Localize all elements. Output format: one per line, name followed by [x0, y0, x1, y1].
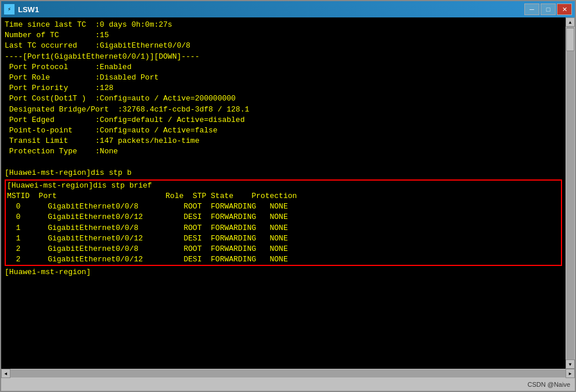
block-row-5: 2 GigabitEthernet0/0/12 DESI FORWARDING … — [6, 254, 561, 265]
terminal-line: Point-to-point :Config=auto / Active=fal… — [5, 125, 562, 136]
scroll-down-button[interactable]: ▼ — [566, 359, 575, 369]
terminal-line: ----[Port1(GigabitEthernet0/0/1)][DOWN]-… — [5, 52, 562, 62]
terminal-container: Time since last TC :0 days 0h:0m:27s Num… — [1, 17, 575, 369]
block-row-0: 0 GigabitEthernet0/0/8 ROOT FORWARDING N… — [6, 202, 561, 212]
hscrollbar-track[interactable] — [10, 369, 566, 377]
block-row-2: 1 GigabitEthernet0/0/8 ROOT FORWARDING N… — [6, 223, 561, 233]
terminal-line: Port Cost(Dot1T ) :Config=auto / Active=… — [5, 93, 562, 104]
scroll-left-button[interactable]: ◄ — [1, 369, 10, 378]
terminal-line — [5, 157, 562, 167]
block-header: MSTID Port Role STP State Protection — [6, 191, 561, 202]
terminal-line: Protection Type :None — [5, 146, 562, 157]
title-bar: ⚡ LSW1 ─ □ ✕ — [1, 1, 575, 17]
horizontal-scrollbar[interactable]: ◄ ► — [1, 369, 575, 378]
terminal-line: [Huawei-mst-region]dis stp b — [5, 168, 562, 178]
minimize-button[interactable]: ─ — [524, 3, 539, 15]
close-button[interactable]: ✕ — [557, 3, 572, 15]
terminal-line: Last TC occurred :GigabitEthernet0/0/8 — [5, 41, 562, 51]
terminal-line: Number of TC :15 — [5, 30, 562, 41]
terminal-line: Transit Limit :147 packets/hello-time — [5, 136, 562, 146]
scrollbar-track[interactable] — [566, 27, 574, 359]
block-cmd-line: [Huawei-mst-region]dis stp brief — [6, 181, 561, 191]
scroll-up-button[interactable]: ▲ — [566, 17, 575, 27]
terminal-line: Port Role :Disabled Port — [5, 73, 562, 83]
terminal-content[interactable]: Time since last TC :0 days 0h:0m:27s Num… — [1, 17, 566, 369]
bottom-bar: CSDN @Naive — [1, 378, 575, 391]
scrollbar-thumb[interactable] — [566, 28, 574, 51]
terminal-line: Port Protocol :Enabled — [5, 62, 562, 73]
scroll-right-button[interactable]: ► — [566, 369, 575, 378]
watermark: CSDN @Naive — [527, 381, 570, 388]
restore-button[interactable]: □ — [541, 3, 556, 15]
terminal-line: Designated Bridge/Port :32768.4c1f-ccbd-… — [5, 105, 562, 115]
highlighted-block: [Huawei-mst-region]dis stp brief MSTID P… — [5, 179, 562, 267]
vertical-scrollbar[interactable]: ▲ ▼ — [566, 17, 575, 369]
terminal-line: Time since last TC :0 days 0h:0m:27s — [5, 20, 562, 30]
terminal-line: Port Edged :Config=default / Active=disa… — [5, 115, 562, 125]
block-row-4: 2 GigabitEthernet0/0/8 ROOT FORWARDING N… — [6, 244, 561, 254]
title-bar-left: ⚡ LSW1 — [4, 4, 39, 15]
main-window: ⚡ LSW1 ─ □ ✕ Time since last TC :0 days … — [0, 0, 576, 392]
window-controls: ─ □ ✕ — [524, 3, 572, 15]
footer-line: [Huawei-mst-region] — [5, 267, 562, 278]
app-icon: ⚡ — [4, 4, 15, 15]
block-row-3: 1 GigabitEthernet0/0/12 DESI FORWARDING … — [6, 233, 561, 244]
terminal-line: Port Priority :128 — [5, 83, 562, 93]
block-row-1: 0 GigabitEthernet0/0/12 DESI FORWARDING … — [6, 212, 561, 222]
window-title: LSW1 — [18, 5, 39, 14]
